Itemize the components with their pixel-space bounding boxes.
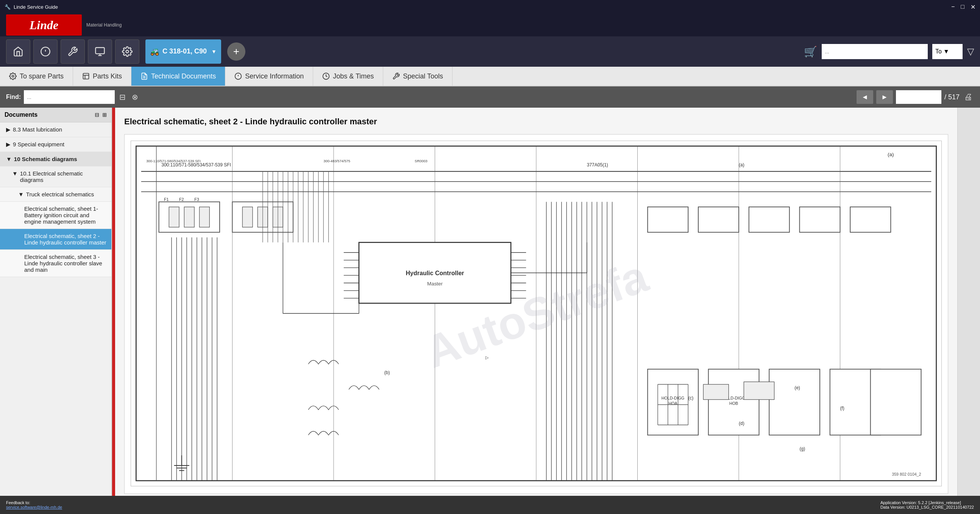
to-label: To	[935, 48, 942, 55]
mast-lubrication-label: 8.3 Mast lubrication	[13, 126, 62, 132]
svg-text:(a): (a)	[888, 152, 894, 157]
mast-lubrication-arrow: ▶	[6, 126, 11, 133]
svg-text:(g): (g)	[800, 446, 805, 452]
tab-special-tools[interactable]: Special Tools	[383, 67, 452, 86]
home-button[interactable]	[6, 40, 30, 64]
schematic-container: AutoStrefa (a)	[124, 134, 948, 494]
print-button[interactable]: 🖨	[963, 91, 974, 104]
sidebar-item-sheet1[interactable]: Electrical schematic, sheet 1- Battery i…	[0, 202, 111, 229]
tab-spare-parts[interactable]: To spare Parts	[0, 67, 73, 86]
filter-icon[interactable]: ▽	[967, 46, 974, 57]
service-info-label: Service Information	[245, 72, 304, 80]
feedback-section: Feedback to: service.software@linde-mh.d…	[6, 500, 62, 509]
sidebar: Documents ⊟ ⊞ ▶ 8.3 Mast lubrication ▶ 9…	[0, 108, 112, 496]
svg-rect-88	[800, 207, 840, 232]
find-input[interactable]	[24, 90, 115, 104]
find-filter-button[interactable]: ⊟	[118, 91, 127, 103]
app-title: Linde Service Guide	[14, 4, 58, 10]
special-tools-label: Special Tools	[403, 72, 443, 80]
svg-text:▷: ▷	[485, 355, 489, 360]
find-label: Find:	[6, 94, 21, 101]
sidebar-item-special-equipment[interactable]: ▶ 9 Special equipment	[0, 137, 111, 152]
title-bar: 🔧 Linde Service Guide − □ ✕	[0, 0, 980, 14]
sidebar-expand-all-icon[interactable]: ⊞	[102, 112, 107, 118]
sidebar-item-truck-electrical[interactable]: ▼ Truck electrical schematics	[0, 187, 111, 202]
svg-rect-8	[83, 73, 89, 79]
info-button[interactable]	[33, 40, 57, 64]
sidebar-item-electrical-schematic-diagrams[interactable]: ▼ 10.1 Electrical schematic diagrams	[0, 166, 111, 187]
sidebar-item-schematic-diagrams[interactable]: ▼ 10 Schematic diagrams	[0, 152, 111, 166]
svg-text:(d): (d)	[739, 421, 745, 426]
version-section: Application Version: 5.2.2 [Jenkins_rele…	[880, 500, 974, 509]
data-version: Data Version: U0213_LSG_CORE_20211014072…	[880, 505, 974, 509]
svg-point-6	[126, 50, 129, 53]
svg-rect-108	[744, 382, 774, 399]
svg-rect-36	[200, 207, 210, 227]
main-layout: Documents ⊟ ⊞ ▶ 8.3 Mast lubrication ▶ 9…	[0, 108, 980, 496]
vehicle-icon: 🚜	[150, 47, 159, 56]
svg-text:300-483/574/575: 300-483/574/575	[323, 159, 350, 163]
tab-service-information[interactable]: Service Information	[225, 67, 313, 86]
app-icon: 🔧	[5, 4, 11, 10]
svg-rect-86	[698, 207, 739, 232]
to-dropdown[interactable]: To ▼	[932, 44, 963, 59]
tab-technical-documents[interactable]: Technical Documents	[131, 67, 225, 86]
svg-rect-107	[703, 385, 729, 399]
gear-icon	[122, 46, 132, 57]
svg-text:F1: F1	[164, 197, 169, 202]
parts-kits-label: Parts Kits	[93, 72, 122, 80]
feedback-email[interactable]: service.software@linde-mh.de	[6, 505, 62, 509]
maximize-button[interactable]: □	[961, 3, 964, 11]
electrical-schematic-arrow: ▼	[12, 170, 18, 177]
page-total: / 517	[944, 93, 959, 101]
sidebar-item-sheet3[interactable]: Electrical schematic, sheet 3 - Linde hy…	[0, 250, 111, 277]
sidebar-item-mast-lubrication[interactable]: ▶ 8.3 Mast lubrication	[0, 123, 111, 137]
find-clear-button[interactable]: ⊗	[130, 91, 140, 103]
find-bar: Find: ⊟ ⊗ ◄ ► 319 / 517 🖨	[0, 86, 980, 108]
add-vehicle-button[interactable]: +	[227, 43, 245, 61]
svg-text:Hydraulic Controller: Hydraulic Controller	[406, 270, 464, 276]
parts-button[interactable]	[88, 40, 112, 64]
red-strip	[112, 108, 115, 496]
electrical-schematic-label: 10.1 Electrical schematic diagrams	[20, 170, 107, 183]
svg-text:HOLD-DIGG: HOLD-DIGG	[662, 396, 685, 400]
sidebar-title: Documents	[5, 112, 38, 118]
doc-title: Electrical schematic, sheet 2 - Linde hy…	[124, 117, 948, 127]
schematic-diagrams-label: 10 Schematic diagrams	[14, 156, 77, 162]
schematic-svg: (a) 300:110/571-580/534/537-539 SFI 377A…	[130, 140, 942, 486]
svg-rect-35	[184, 207, 194, 227]
prev-page-button[interactable]: ◄	[857, 90, 873, 104]
special-equipment-label: 9 Special equipment	[13, 141, 64, 147]
tab-jobs-times[interactable]: Jobs & Times	[313, 67, 383, 86]
search-input[interactable]	[822, 44, 928, 59]
page-number-input[interactable]: 319	[896, 90, 941, 104]
sidebar-collapse-all-icon[interactable]: ⊟	[95, 112, 99, 118]
minimize-button[interactable]: −	[951, 3, 955, 11]
svg-text:HOB: HOB	[729, 401, 738, 405]
svg-text:(a): (a)	[739, 162, 745, 168]
cart-icon[interactable]: 🛒	[804, 45, 817, 58]
service-info-icon	[234, 72, 242, 80]
spare-parts-label: To spare Parts	[20, 72, 64, 80]
nav-tabs: To spare Parts Parts Kits Technical Docu…	[0, 67, 980, 86]
sidebar-item-sheet2[interactable]: Electrical schematic, sheet 2 - Linde hy…	[0, 229, 111, 250]
close-button[interactable]: ✕	[970, 3, 975, 11]
vehicle-selector[interactable]: 🚜 C 318-01, C90 ▼	[145, 40, 221, 64]
settings-button[interactable]	[115, 40, 139, 64]
next-page-button[interactable]: ►	[876, 90, 893, 104]
content-area: Electrical schematic, sheet 2 - Linde hy…	[115, 108, 957, 496]
vehicle-dropdown-arrow: ▼	[211, 48, 216, 54]
tools-button[interactable]	[60, 40, 85, 64]
info-icon	[40, 46, 51, 57]
technical-docs-label: Technical Documents	[151, 72, 216, 80]
svg-rect-3	[95, 48, 104, 54]
svg-rect-34	[169, 207, 179, 227]
svg-text:(e): (e)	[794, 385, 800, 390]
tab-parts-kits[interactable]: Parts Kits	[73, 67, 131, 86]
brand-subtitle: Material Handling	[86, 22, 122, 28]
parts-icon	[95, 46, 105, 57]
svg-rect-41	[242, 207, 253, 227]
svg-text:359 802 0104_2: 359 802 0104_2	[892, 472, 921, 476]
feedback-label: Feedback to:	[6, 500, 30, 505]
app-version: Application Version: 5.2.2 [Jenkins_rele…	[880, 500, 974, 505]
